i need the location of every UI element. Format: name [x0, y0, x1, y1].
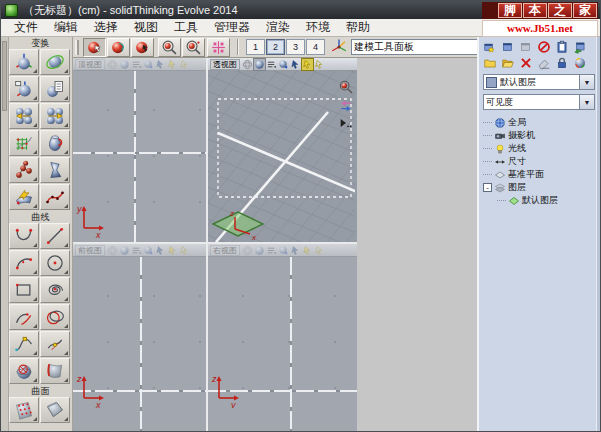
camera-pan-icon[interactable] — [107, 38, 130, 57]
lasso-cursor-icon[interactable] — [179, 245, 190, 256]
visibility-combo[interactable]: 可见度 ▼ — [483, 94, 595, 110]
tangent-curve-icon[interactable] — [40, 331, 70, 357]
wireframe-globe-icon[interactable] — [107, 245, 118, 256]
duplicate-window-icon[interactable] — [501, 40, 515, 54]
select-active-cursor-icon[interactable] — [302, 59, 313, 70]
viewport-top-header[interactable]: 顶视图 — [73, 58, 206, 71]
arc-tool-icon[interactable] — [9, 250, 39, 276]
surface-patch-icon[interactable] — [40, 397, 70, 423]
transform-properties-icon[interactable] — [40, 76, 70, 102]
wireframe-globe-icon[interactable] — [242, 245, 253, 256]
menu-item-9[interactable]: 帮助 — [338, 18, 378, 37]
select-active-cursor-icon[interactable] — [302, 245, 313, 256]
viewport-front[interactable]: 前视图 zx — [73, 244, 208, 432]
world-axes-icon[interactable] — [328, 38, 349, 57]
clipboard-icon[interactable] — [555, 40, 569, 54]
layout-4-button[interactable]: 4 — [306, 39, 325, 55]
tree-item[interactable]: 全局 — [483, 116, 597, 129]
lattice-deform-icon[interactable] — [9, 130, 39, 156]
panel-scrollbar[interactable] — [596, 37, 600, 431]
layer-combo[interactable]: 默认图层 ▼ — [483, 74, 595, 90]
viewport-top-canvas[interactable]: yx — [73, 71, 206, 242]
viewport-right-header[interactable]: 右视图 — [208, 244, 357, 257]
palette-scrollbar[interactable] — [1, 37, 9, 431]
viewport-perspective-header[interactable]: 透视图 — [208, 58, 357, 71]
material-sphere-icon[interactable] — [573, 56, 587, 70]
spiral-tool-icon[interactable] — [40, 277, 70, 303]
tree-item[interactable]: 默认图层 — [483, 194, 597, 207]
ellipse-tool-icon[interactable] — [40, 304, 70, 330]
camera-orbit-icon[interactable] — [83, 38, 106, 57]
more-options-icon[interactable] — [338, 115, 354, 131]
zoom-view-icon[interactable] — [158, 38, 181, 57]
shaded-view-icon[interactable] — [254, 59, 265, 70]
tree-item[interactable]: 摄影机 — [483, 129, 597, 142]
lasso-cursor-icon[interactable] — [179, 59, 190, 70]
toolbar-grip[interactable] — [75, 40, 79, 55]
lock-icon[interactable] — [555, 56, 569, 70]
menu-item-7[interactable]: 渲染 — [258, 18, 298, 37]
tree-item[interactable]: -图层 — [483, 181, 597, 194]
rectangle-tool-icon[interactable] — [9, 277, 39, 303]
new-window-icon[interactable] — [483, 40, 497, 54]
circle-tool-icon[interactable] — [40, 250, 70, 276]
viewport-front-header[interactable]: 前视图 — [73, 244, 206, 257]
render-sphere-icon[interactable] — [278, 59, 289, 70]
display-options-icon[interactable] — [266, 59, 277, 70]
select-active-cursor-icon[interactable] — [167, 245, 178, 256]
menu-item-4[interactable]: 视图 — [126, 18, 166, 37]
snap-grid-icon[interactable] — [207, 38, 230, 57]
translate-tool-icon[interactable] — [9, 49, 39, 75]
viewport-perspective-canvas[interactable]: zx — [208, 71, 357, 242]
chevron-down-icon[interactable]: ▼ — [579, 95, 594, 109]
render-sphere-icon[interactable] — [278, 245, 289, 256]
zoom-tool-icon[interactable] — [338, 79, 354, 95]
rotate-tool-icon[interactable] — [40, 49, 70, 75]
viewport-front-canvas[interactable]: zx — [73, 257, 206, 432]
wireframe-globe-icon[interactable] — [242, 59, 253, 70]
import-window-icon[interactable] — [573, 40, 587, 54]
chevron-down-icon[interactable]: ▼ — [579, 75, 594, 89]
select-cursor-icon[interactable] — [155, 59, 166, 70]
lasso-cursor-icon[interactable] — [314, 245, 325, 256]
select-cursor-icon[interactable] — [290, 245, 301, 256]
tree-item[interactable]: 基准平面 — [483, 168, 597, 181]
folder-icon[interactable] — [483, 56, 497, 70]
layout-3-button[interactable]: 3 — [286, 39, 305, 55]
axis-flip-icon[interactable] — [338, 98, 354, 114]
select-cursor-icon[interactable] — [290, 59, 301, 70]
project-curve-icon[interactable] — [9, 358, 39, 384]
menu-item-5[interactable]: 工具 — [166, 18, 206, 37]
copy-mirror-left-icon[interactable] — [9, 103, 39, 129]
layout-1-button[interactable]: 1 — [246, 39, 265, 55]
menu-item-3[interactable]: 选择 — [86, 18, 126, 37]
wireframe-globe-icon[interactable] — [107, 59, 118, 70]
sketch-curve-icon[interactable] — [9, 223, 39, 249]
viewport-right-canvas[interactable]: zy — [208, 257, 357, 432]
scale-tool-icon[interactable] — [9, 76, 39, 102]
control-point-surface-icon[interactable] — [9, 397, 39, 423]
extract-edge-icon[interactable] — [40, 358, 70, 384]
palette-scroll-thumb[interactable] — [2, 41, 7, 111]
layout-2-button[interactable]: 2 — [266, 39, 285, 55]
edit-curve-points-icon[interactable] — [40, 184, 70, 210]
eraser-icon[interactable] — [537, 56, 551, 70]
menu-item-8[interactable]: 环境 — [298, 18, 338, 37]
select-cursor-icon[interactable] — [155, 245, 166, 256]
zoom-point-icon[interactable] — [182, 38, 205, 57]
render-sphere-icon[interactable] — [143, 245, 154, 256]
camera-dolly-icon[interactable] — [131, 38, 154, 57]
forbid-icon[interactable] — [537, 40, 551, 54]
display-options-icon[interactable] — [266, 245, 277, 256]
twist-solid-icon[interactable] — [40, 157, 70, 183]
folder-open-icon[interactable] — [501, 56, 515, 70]
menu-item-1[interactable]: 文件 — [6, 18, 46, 37]
tree-item[interactable]: 尺寸 — [483, 155, 597, 168]
shaded-view-icon[interactable] — [119, 59, 130, 70]
viewport-perspective[interactable]: 透视图 zx — [208, 58, 357, 244]
tree-expander-icon[interactable]: - — [483, 183, 492, 192]
curve-handle-icon[interactable] — [9, 331, 39, 357]
render-sphere-icon[interactable] — [143, 59, 154, 70]
panel-name-field[interactable] — [351, 39, 485, 55]
tree-item[interactable]: 光线 — [483, 142, 597, 155]
